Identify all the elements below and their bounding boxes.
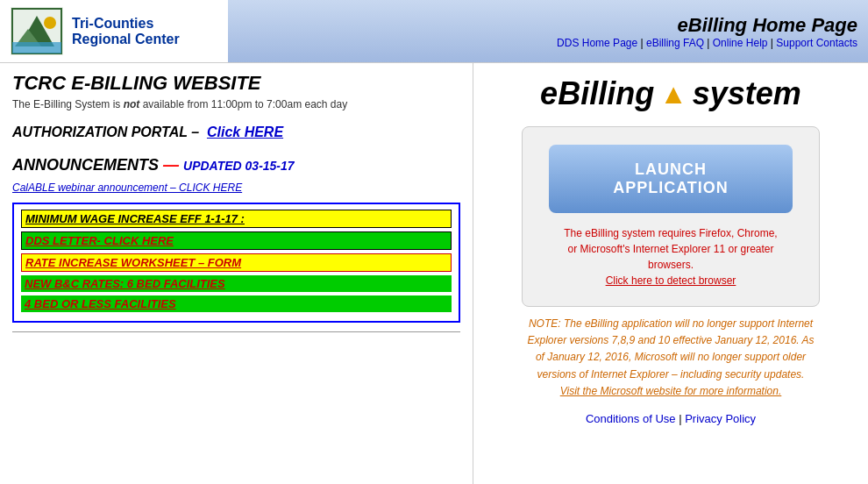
logo-text: Tri-Counties Regional Center xyxy=(72,16,180,47)
min-wage-link[interactable]: MINIMUM WAGE INCREASE EFF 1-1-17 : xyxy=(25,212,245,225)
site-title: TCRC E-BILLING WEBSITE xyxy=(12,72,460,95)
detect-browser-link[interactable]: Click here to detect browser xyxy=(606,274,736,287)
rate-increase-link[interactable]: RATE INCREASE WORKSHEET – FORM xyxy=(25,256,241,269)
svg-rect-5 xyxy=(12,42,61,53)
launch-application-button[interactable]: LAUNCH APPLICATION xyxy=(549,145,793,213)
browser-note: The eBilling system requires Firefox, Ch… xyxy=(549,225,793,288)
bottom-divider xyxy=(12,331,460,332)
svg-point-4 xyxy=(44,17,56,29)
availability-notice: The E-Billing System is not available fr… xyxy=(12,98,460,110)
triangle-icon: ▲ xyxy=(659,78,687,110)
auth-portal-link[interactable]: Click HERE xyxy=(207,125,283,139)
conditions-of-use-link[interactable]: Conditions of Use xyxy=(586,412,676,425)
ebilling-home-title: eBilling Home Page xyxy=(678,14,857,37)
announcement-item-2[interactable]: DDS LETTER- CLICK HERE xyxy=(21,231,452,250)
right-panel: eBilling ▲ system LAUNCH APPLICATION The… xyxy=(473,63,868,484)
logo-area: Tri-Counties Regional Center xyxy=(0,0,228,62)
bc-rates-6bed-link[interactable]: NEW B&C RATES: 6 BED FACILITIES xyxy=(25,277,225,290)
announcement-item-4[interactable]: NEW B&C RATES: 6 BED FACILITIES xyxy=(21,275,452,292)
calable-link[interactable]: CalABLE webinar announcement – CLICK HER… xyxy=(12,182,460,194)
ebilling-logo-text: eBilling xyxy=(540,75,654,112)
support-contacts-link[interactable]: Support Contacts xyxy=(776,37,857,49)
privacy-policy-link[interactable]: Privacy Policy xyxy=(685,412,756,425)
announcements-header: ANNOUNCEMENTS — UPDATED 03-15-17 xyxy=(12,156,460,174)
announcement-item-5[interactable]: 4 BED OR LESS FACILITIES xyxy=(21,295,452,312)
left-panel: TCRC E-BILLING WEBSITE The E-Billing Sys… xyxy=(0,63,473,484)
footer-links: Conditions of Use | Privacy Policy xyxy=(586,412,756,425)
ebilling-logo: eBilling ▲ system xyxy=(540,75,801,112)
header-nav: DDS Home Page | eBilling FAQ | Online He… xyxy=(557,37,857,49)
microsoft-info-link[interactable]: Visit the Microsoft website for more inf… xyxy=(560,385,782,397)
header: Tri-Counties Regional Center eBilling Ho… xyxy=(0,0,868,63)
ebilling-faq-link[interactable]: eBilling FAQ xyxy=(646,37,704,49)
auth-portal: AUTHORIZATION PORTAL – Click HERE xyxy=(12,125,460,140)
dds-letter-link[interactable]: DDS LETTER- CLICK HERE xyxy=(25,234,174,247)
online-help-link[interactable]: Online Help xyxy=(713,37,768,49)
dds-home-link[interactable]: DDS Home Page xyxy=(557,37,637,49)
announcements-box: MINIMUM WAGE INCREASE EFF 1-1-17 : DDS L… xyxy=(12,203,460,323)
header-right: eBilling Home Page DDS Home Page | eBill… xyxy=(228,0,868,62)
bc-rates-4bed-link[interactable]: 4 BED OR LESS FACILITIES xyxy=(25,297,176,310)
announcement-item-3[interactable]: RATE INCREASE WORKSHEET – FORM xyxy=(21,253,452,272)
launch-card: LAUNCH APPLICATION The eBilling system r… xyxy=(522,126,820,307)
logo-icon xyxy=(11,7,63,55)
system-text: system xyxy=(693,75,801,112)
announcement-item-1[interactable]: MINIMUM WAGE INCREASE EFF 1-1-17 : xyxy=(21,210,452,228)
main: TCRC E-BILLING WEBSITE The E-Billing Sys… xyxy=(0,63,868,484)
ie-note: NOTE: The eBilling application will no l… xyxy=(522,316,820,400)
